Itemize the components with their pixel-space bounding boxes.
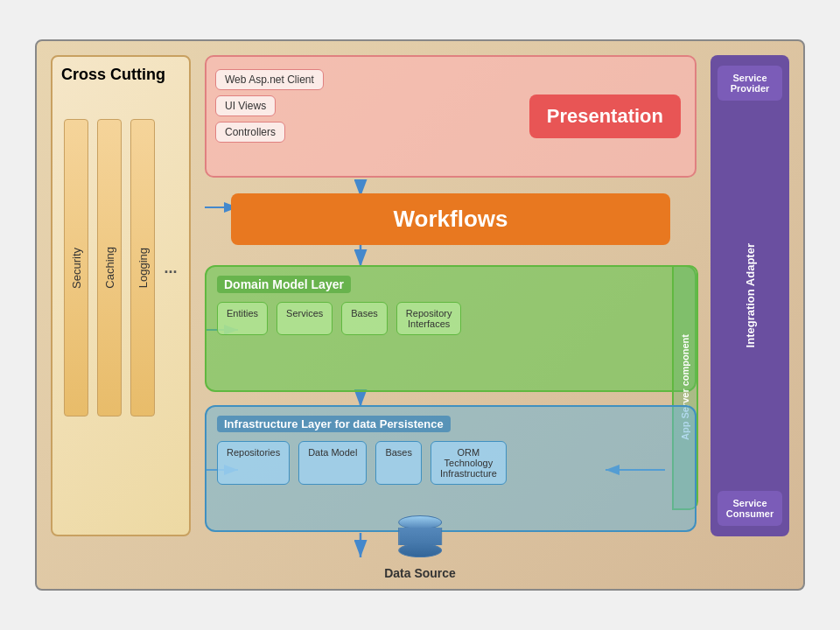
integration-adapter-label: Integration Adapter [744,243,757,347]
domain-model-items: Entities Services Bases RepositoryInterf… [217,302,684,335]
cc-column-security: Security [64,119,88,416]
domain-item-bases: Bases [341,302,388,335]
cross-cutting-section: Cross Cutting Security Caching Logging .… [51,55,191,536]
database-icon [398,515,442,557]
cc-caching-label: Caching [103,247,116,289]
infra-item-bases: Bases [375,441,422,485]
cc-ellipsis: ... [164,119,177,416]
domain-model-layer: Domain Model Layer Entities Services Bas… [205,265,696,392]
infrastructure-items: Repositories Data Model Bases ORMTechnol… [217,441,684,485]
domain-item-repository: RepositoryInterfaces [396,302,462,335]
infra-item-datamodel: Data Model [298,441,367,485]
domain-item-services: Services [276,302,332,335]
cc-columns: Security Caching Logging ... [61,119,180,452]
data-source-section: Data Source [384,515,456,580]
infra-item-repositories: Repositories [217,441,290,485]
presentation-layer: Presentation Web Asp.net Client UI Views… [205,55,696,178]
infrastructure-title: Infrastructure Layer for data Persistenc… [217,416,451,432]
infrastructure-layer: Infrastructure Layer for data Persistenc… [205,405,696,532]
data-source-label: Data Source [384,566,456,580]
presentation-badge: Presentation [529,94,681,138]
cc-logging-label: Logging [136,248,150,288]
db-body [398,528,442,545]
central-area: Presentation Web Asp.net Client UI Views… [205,55,696,536]
presentation-item-0: Web Asp.net Client [215,69,324,90]
integration-section: ServiceProvider Integration Adapter Serv… [710,55,789,536]
cc-column-caching: Caching [97,119,122,416]
presentation-item-1: UI Views [215,95,276,116]
db-bottom [398,543,442,557]
presentation-item-2: Controllers [215,122,285,143]
cc-column-logging: Logging [130,119,155,416]
infra-item-orm: ORMTechnologyInfrastructure [430,441,507,485]
domain-item-entities: Entities [217,302,268,335]
domain-model-title: Domain Model Layer [217,276,351,293]
workflows-layer: Workflows [231,193,670,245]
cc-security-label: Security [70,248,83,289]
main-diagram: Cross Cutting Security Caching Logging .… [35,39,805,591]
service-consumer-box: ServiceConsumer [718,491,782,526]
service-provider-box: ServiceProvider [718,66,782,101]
cross-cutting-title: Cross Cutting [61,66,180,84]
